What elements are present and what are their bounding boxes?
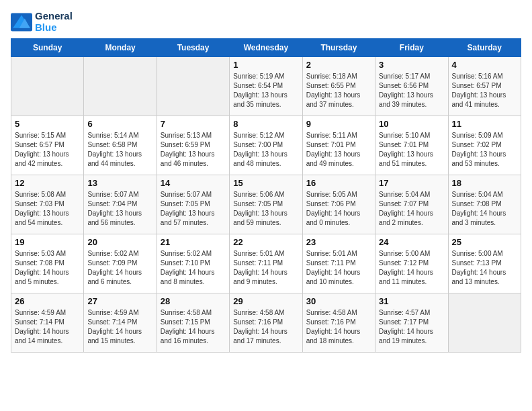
day-number: 21 (161, 237, 226, 247)
day-number: 5 (15, 119, 80, 129)
day-info: Sunrise: 5:07 AM Sunset: 7:05 PM Dayligh… (161, 190, 226, 228)
day-cell: 19Sunrise: 5:03 AM Sunset: 7:08 PM Dayli… (11, 234, 84, 293)
day-cell (157, 57, 229, 116)
day-cell: 23Sunrise: 5:01 AM Sunset: 7:11 PM Dayli… (302, 234, 375, 293)
day-cell: 6Sunrise: 5:14 AM Sunset: 6:58 PM Daylig… (84, 116, 157, 175)
day-info: Sunrise: 5:19 AM Sunset: 6:54 PM Dayligh… (233, 72, 298, 109)
day-cell: 24Sunrise: 5:00 AM Sunset: 7:12 PM Dayli… (375, 234, 448, 293)
day-info: Sunrise: 5:04 AM Sunset: 7:07 PM Dayligh… (379, 190, 444, 228)
weekday-header-tuesday: Tuesday (157, 39, 229, 57)
day-info: Sunrise: 5:00 AM Sunset: 7:12 PM Dayligh… (379, 249, 444, 287)
day-number: 11 (452, 119, 517, 129)
day-number: 12 (15, 178, 80, 188)
day-info: Sunrise: 5:01 AM Sunset: 7:11 PM Dayligh… (306, 249, 371, 287)
weekday-header-thursday: Thursday (302, 39, 375, 57)
day-cell: 29Sunrise: 4:58 AM Sunset: 7:16 PM Dayli… (230, 293, 302, 353)
day-info: Sunrise: 4:59 AM Sunset: 7:14 PM Dayligh… (87, 308, 152, 346)
day-cell: 17Sunrise: 5:04 AM Sunset: 7:07 PM Dayli… (375, 175, 448, 234)
day-info: Sunrise: 5:09 AM Sunset: 7:02 PM Dayligh… (452, 131, 517, 169)
day-number: 13 (87, 178, 152, 188)
day-cell: 25Sunrise: 5:00 AM Sunset: 7:13 PM Dayli… (448, 234, 521, 293)
day-number: 1 (233, 60, 298, 70)
week-row-4: 19Sunrise: 5:03 AM Sunset: 7:08 PM Dayli… (11, 234, 521, 293)
weekday-header-row: SundayMondayTuesdayWednesdayThursdayFrid… (11, 39, 521, 57)
day-number: 29 (233, 296, 298, 306)
weekday-header-friday: Friday (375, 39, 448, 57)
day-cell: 28Sunrise: 4:58 AM Sunset: 7:15 PM Dayli… (157, 293, 229, 353)
day-cell (448, 293, 521, 353)
week-row-2: 5Sunrise: 5:15 AM Sunset: 6:57 PM Daylig… (11, 116, 521, 175)
day-info: Sunrise: 5:06 AM Sunset: 7:05 PM Dayligh… (233, 190, 298, 228)
day-info: Sunrise: 5:02 AM Sunset: 7:09 PM Dayligh… (87, 249, 152, 287)
day-number: 6 (87, 119, 152, 129)
day-number: 8 (233, 119, 298, 129)
day-number: 10 (379, 119, 444, 129)
day-number: 22 (233, 237, 298, 247)
weekday-header-monday: Monday (84, 39, 157, 57)
weekday-header-sunday: Sunday (11, 39, 84, 57)
day-number: 31 (379, 296, 444, 306)
day-number: 15 (233, 178, 298, 188)
week-row-5: 26Sunrise: 4:59 AM Sunset: 7:14 PM Dayli… (11, 293, 521, 353)
day-cell: 22Sunrise: 5:01 AM Sunset: 7:11 PM Dayli… (230, 234, 302, 293)
day-cell: 11Sunrise: 5:09 AM Sunset: 7:02 PM Dayli… (448, 116, 521, 175)
day-info: Sunrise: 5:13 AM Sunset: 6:59 PM Dayligh… (161, 131, 226, 169)
day-info: Sunrise: 5:17 AM Sunset: 6:56 PM Dayligh… (379, 72, 444, 109)
day-number: 2 (306, 60, 371, 70)
page-header: General Blue (11, 11, 521, 33)
weekday-header-saturday: Saturday (448, 39, 521, 57)
day-cell: 15Sunrise: 5:06 AM Sunset: 7:05 PM Dayli… (230, 175, 302, 234)
day-number: 26 (15, 296, 80, 306)
day-cell: 10Sunrise: 5:10 AM Sunset: 7:01 PM Dayli… (375, 116, 448, 175)
day-cell: 4Sunrise: 5:16 AM Sunset: 6:57 PM Daylig… (448, 57, 521, 116)
day-number: 27 (87, 296, 152, 306)
day-number: 20 (87, 237, 152, 247)
day-cell (84, 57, 157, 116)
day-number: 23 (306, 237, 371, 247)
day-number: 25 (452, 237, 517, 247)
day-info: Sunrise: 5:14 AM Sunset: 6:58 PM Dayligh… (87, 131, 152, 169)
day-cell: 16Sunrise: 5:05 AM Sunset: 7:06 PM Dayli… (302, 175, 375, 234)
day-info: Sunrise: 5:15 AM Sunset: 6:57 PM Dayligh… (15, 131, 80, 169)
day-cell: 9Sunrise: 5:11 AM Sunset: 7:01 PM Daylig… (302, 116, 375, 175)
day-cell: 7Sunrise: 5:13 AM Sunset: 6:59 PM Daylig… (157, 116, 229, 175)
day-cell: 5Sunrise: 5:15 AM Sunset: 6:57 PM Daylig… (11, 116, 84, 175)
day-number: 7 (161, 119, 226, 129)
day-info: Sunrise: 5:04 AM Sunset: 7:08 PM Dayligh… (452, 190, 517, 228)
logo-text: General Blue (35, 11, 73, 33)
day-cell: 20Sunrise: 5:02 AM Sunset: 7:09 PM Dayli… (84, 234, 157, 293)
day-cell: 18Sunrise: 5:04 AM Sunset: 7:08 PM Dayli… (448, 175, 521, 234)
day-cell: 1Sunrise: 5:19 AM Sunset: 6:54 PM Daylig… (230, 57, 302, 116)
day-info: Sunrise: 5:05 AM Sunset: 7:06 PM Dayligh… (306, 190, 371, 228)
day-cell: 8Sunrise: 5:12 AM Sunset: 7:00 PM Daylig… (230, 116, 302, 175)
day-cell: 2Sunrise: 5:18 AM Sunset: 6:55 PM Daylig… (302, 57, 375, 116)
logo-icon (11, 13, 32, 32)
day-info: Sunrise: 5:08 AM Sunset: 7:03 PM Dayligh… (15, 190, 80, 228)
day-info: Sunrise: 4:58 AM Sunset: 7:16 PM Dayligh… (233, 308, 298, 346)
day-cell: 3Sunrise: 5:17 AM Sunset: 6:56 PM Daylig… (375, 57, 448, 116)
day-number: 14 (161, 178, 226, 188)
day-cell: 27Sunrise: 4:59 AM Sunset: 7:14 PM Dayli… (84, 293, 157, 353)
day-info: Sunrise: 5:11 AM Sunset: 7:01 PM Dayligh… (306, 131, 371, 169)
day-number: 9 (306, 119, 371, 129)
day-number: 4 (452, 60, 517, 70)
day-info: Sunrise: 5:18 AM Sunset: 6:55 PM Dayligh… (306, 72, 371, 109)
day-number: 19 (15, 237, 80, 247)
weekday-header-wednesday: Wednesday (230, 39, 302, 57)
day-cell: 14Sunrise: 5:07 AM Sunset: 7:05 PM Dayli… (157, 175, 229, 234)
day-info: Sunrise: 4:59 AM Sunset: 7:14 PM Dayligh… (15, 308, 80, 346)
week-row-1: 1Sunrise: 5:19 AM Sunset: 6:54 PM Daylig… (11, 57, 521, 116)
day-cell: 13Sunrise: 5:07 AM Sunset: 7:04 PM Dayli… (84, 175, 157, 234)
day-cell: 31Sunrise: 4:57 AM Sunset: 7:17 PM Dayli… (375, 293, 448, 353)
day-info: Sunrise: 5:01 AM Sunset: 7:11 PM Dayligh… (233, 249, 298, 287)
day-cell: 12Sunrise: 5:08 AM Sunset: 7:03 PM Dayli… (11, 175, 84, 234)
day-info: Sunrise: 4:57 AM Sunset: 7:17 PM Dayligh… (379, 308, 444, 346)
day-info: Sunrise: 5:00 AM Sunset: 7:13 PM Dayligh… (452, 249, 517, 287)
day-info: Sunrise: 5:16 AM Sunset: 6:57 PM Dayligh… (452, 72, 517, 109)
day-number: 17 (379, 178, 444, 188)
day-number: 3 (379, 60, 444, 70)
day-info: Sunrise: 4:58 AM Sunset: 7:16 PM Dayligh… (306, 308, 371, 346)
week-row-3: 12Sunrise: 5:08 AM Sunset: 7:03 PM Dayli… (11, 175, 521, 234)
day-number: 28 (161, 296, 226, 306)
logo: General Blue (11, 11, 73, 33)
